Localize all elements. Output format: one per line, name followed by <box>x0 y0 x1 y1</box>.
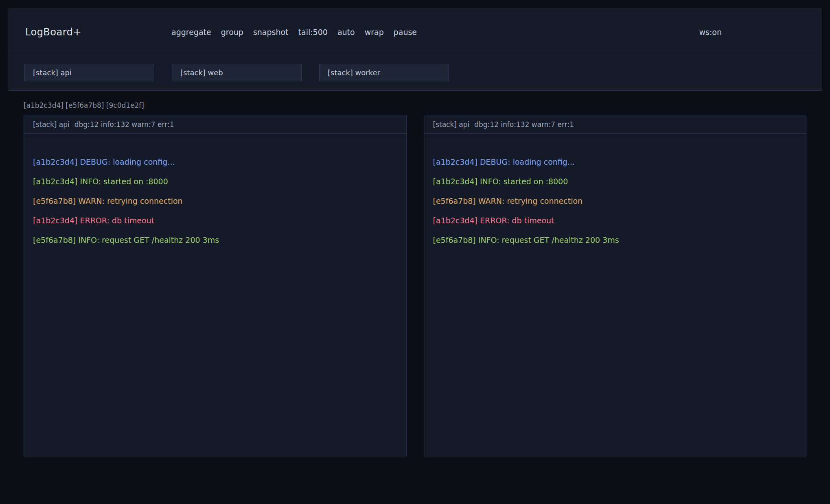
stack-tab-label: [stack] api <box>33 68 72 77</box>
websocket-status: ws:on <box>699 28 722 37</box>
stack-tab-api[interactable]: [stack] api <box>24 64 154 81</box>
log-panel-right: [stack] api dbg:12 info:132 warn:7 err:1… <box>424 115 807 456</box>
stack-tab-label: [stack] web <box>180 68 223 77</box>
panel-level-counts: dbg:12 info:132 warn:7 err:1 <box>74 120 174 129</box>
stack-tabs: [stack] api [stack] web [stack] worker <box>9 55 821 90</box>
panel-stack-name: [stack] api <box>433 120 470 129</box>
log-panels: [stack] api dbg:12 info:132 warn:7 err:1… <box>24 115 806 456</box>
panel-stack-name: [stack] api <box>33 120 70 129</box>
toolbar-menu: aggregate group snapshot tail:500 auto w… <box>171 28 417 37</box>
stack-tab-worker[interactable]: [stack] worker <box>319 64 449 81</box>
log-line: [a1b2c3d4] DEBUG: loading config... <box>433 152 797 172</box>
app-header: LogBoard+ aggregate group snapshot tail:… <box>9 9 821 91</box>
menu-item-auto[interactable]: auto <box>337 28 355 37</box>
log-line: [a1b2c3d4] DEBUG: loading config... <box>33 152 397 172</box>
menu-item-snapshot[interactable]: snapshot <box>253 28 289 37</box>
log-line: [e5f6a7b8] WARN: retrying connection <box>433 191 797 211</box>
menu-item-wrap[interactable]: wrap <box>365 28 384 37</box>
log-scroll-area[interactable]: [a1b2c3d4] DEBUG: loading config... [a1b… <box>424 134 806 456</box>
log-line: [a1b2c3d4] ERROR: db timeout <box>433 211 797 230</box>
log-line: [e5f6a7b8] INFO: request GET /healthz 20… <box>33 230 397 250</box>
trace-id-list: [a1b2c3d4] [e5f6a7b8] [9c0d1e2f] <box>24 101 830 109</box>
log-line: [a1b2c3d4] INFO: started on :8000 <box>433 172 797 191</box>
stack-tab-label: [stack] worker <box>328 68 380 77</box>
toolbar: LogBoard+ aggregate group snapshot tail:… <box>9 9 821 55</box>
log-line: [a1b2c3d4] ERROR: db timeout <box>33 211 397 230</box>
menu-item-aggregate[interactable]: aggregate <box>171 28 211 37</box>
log-panel-header: [stack] api dbg:12 info:132 warn:7 err:1 <box>24 115 406 134</box>
log-scroll-area[interactable]: [a1b2c3d4] DEBUG: loading config... [a1b… <box>24 134 406 456</box>
menu-item-group[interactable]: group <box>221 28 243 37</box>
menu-item-tail[interactable]: tail:500 <box>298 28 328 37</box>
log-line: [e5f6a7b8] WARN: retrying connection <box>33 191 397 211</box>
menu-item-pause[interactable]: pause <box>394 28 417 37</box>
log-panel-header: [stack] api dbg:12 info:132 warn:7 err:1 <box>424 115 806 134</box>
log-panel-left: [stack] api dbg:12 info:132 warn:7 err:1… <box>24 115 407 456</box>
app-title: LogBoard+ <box>25 26 171 38</box>
log-line: [e5f6a7b8] INFO: request GET /healthz 20… <box>433 230 797 250</box>
log-line: [a1b2c3d4] INFO: started on :8000 <box>33 172 397 191</box>
stack-tab-web[interactable]: [stack] web <box>172 64 302 81</box>
panel-level-counts: dbg:12 info:132 warn:7 err:1 <box>474 120 574 129</box>
